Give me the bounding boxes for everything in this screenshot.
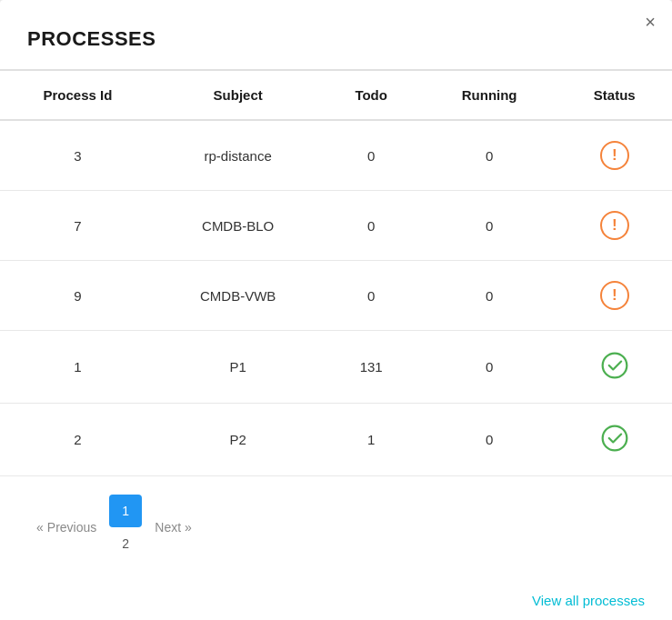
cell-status xyxy=(557,404,672,476)
prev-arrows-icon: « xyxy=(36,520,44,535)
cell-subject: P1 xyxy=(155,331,321,404)
cell-running: 0 xyxy=(422,120,557,191)
cell-running: 0 xyxy=(422,404,557,476)
view-all-processes-button[interactable]: View all processes xyxy=(532,593,645,608)
col-header-status: Status xyxy=(557,71,672,120)
cell-running: 0 xyxy=(422,331,557,404)
col-header-todo: Todo xyxy=(321,71,422,120)
cell-todo: 0 xyxy=(321,120,422,191)
cell-subject: rp-distance xyxy=(155,120,321,191)
warning-icon: ! xyxy=(600,281,629,310)
page-number-1[interactable]: 1 xyxy=(109,495,142,527)
close-button[interactable]: × xyxy=(645,13,656,31)
cell-todo: 1 xyxy=(321,404,422,476)
cell-subject: P2 xyxy=(155,404,321,476)
cell-running: 0 xyxy=(422,191,557,261)
table-row: 7CMDB-BLO00! xyxy=(0,191,672,261)
cell-process-id: 7 xyxy=(0,191,155,261)
next-label: Next xyxy=(155,520,181,535)
cell-process-id: 1 xyxy=(0,331,155,404)
cell-running: 0 xyxy=(422,261,557,331)
table-row: 3rp-distance00! xyxy=(0,120,672,191)
table-body: 3rp-distance00!7CMDB-BLO00!9CMDB-VWB00!1… xyxy=(0,120,672,475)
modal: × PROCESSES Process Id Subject Todo Runn… xyxy=(0,0,672,620)
cell-todo: 131 xyxy=(321,331,422,404)
cell-status: ! xyxy=(557,191,672,261)
page-numbers: 12 xyxy=(109,495,142,560)
table-row: 1P11310 xyxy=(0,331,672,404)
prev-label: Previous xyxy=(47,520,96,535)
cell-status xyxy=(557,331,672,404)
svg-point-1 xyxy=(602,426,627,451)
warning-icon: ! xyxy=(600,141,629,170)
cell-process-id: 2 xyxy=(0,404,155,476)
ok-icon xyxy=(600,424,629,453)
prev-button[interactable]: « Previous xyxy=(27,515,105,540)
modal-header: PROCESSES xyxy=(0,0,672,71)
svg-point-0 xyxy=(602,354,627,378)
page-number-2[interactable]: 2 xyxy=(109,527,142,560)
table-row: 9CMDB-VWB00! xyxy=(0,261,672,331)
pagination: « Previous 12 Next » xyxy=(0,475,672,578)
warning-icon: ! xyxy=(600,211,629,240)
cell-status: ! xyxy=(557,261,672,331)
cell-subject: CMDB-VWB xyxy=(155,261,321,331)
modal-title: PROCESSES xyxy=(27,27,645,51)
next-button[interactable]: Next » xyxy=(145,515,201,540)
table-row: 2P210 xyxy=(0,404,672,476)
cell-status: ! xyxy=(557,120,672,191)
processes-table: Process Id Subject Todo Running Status 3… xyxy=(0,71,672,475)
cell-todo: 0 xyxy=(321,261,422,331)
next-arrows-icon: » xyxy=(185,520,192,535)
cell-subject: CMDB-BLO xyxy=(155,191,321,261)
col-header-running: Running xyxy=(422,71,557,120)
cell-process-id: 3 xyxy=(0,120,155,191)
col-header-process-id: Process Id xyxy=(0,71,155,120)
ok-icon xyxy=(600,351,629,380)
table-header: Process Id Subject Todo Running Status xyxy=(0,71,672,120)
col-header-subject: Subject xyxy=(155,71,321,120)
cell-todo: 0 xyxy=(321,191,422,261)
cell-process-id: 9 xyxy=(0,261,155,331)
modal-footer: View all processes xyxy=(0,578,672,620)
